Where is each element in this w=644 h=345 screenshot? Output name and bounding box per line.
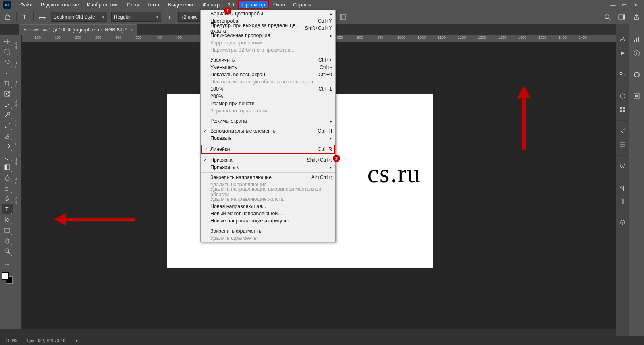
cc-libraries-icon[interactable] (632, 70, 642, 79)
menu-item[interactable]: Новая направляющая... (201, 203, 335, 210)
annotation-badge-2: 2 (333, 155, 340, 162)
workspace-icon[interactable] (617, 12, 626, 21)
styles-icon[interactable] (632, 91, 642, 101)
menu-item: Удалить фрагменты (201, 235, 335, 242)
menu-item[interactable]: Привязать к▸ (201, 164, 335, 171)
layers-icon[interactable] (618, 161, 627, 171)
zoom-tool[interactable] (2, 246, 13, 256)
3d-icon[interactable] (618, 218, 627, 227)
maximize-icon[interactable]: ▭ (621, 2, 627, 8)
path-selection-tool[interactable] (2, 215, 13, 224)
font-size-select[interactable]: 72 пикс (178, 12, 202, 22)
menu-item[interactable]: Новый макет направляющей... (201, 210, 335, 217)
foreground-background-color[interactable] (2, 272, 13, 284)
menu-item[interactable]: ✓Вспомогательные элементыCtrl+H (201, 127, 335, 135)
blur-tool[interactable] (2, 173, 13, 183)
menu-выделение[interactable]: Выделение (164, 0, 199, 9)
svg-rect-20 (5, 228, 10, 232)
menu-слои[interactable]: Слои (123, 0, 143, 9)
canvas-text-layer[interactable]: cs.ru (367, 159, 421, 189)
menu-item[interactable]: ✓ЛинейкиCtrl+R (201, 145, 335, 154)
menu-окно[interactable]: Окно (269, 0, 289, 9)
menu-item[interactable]: Закрепить направляющиеAlt+Ctrl+; (201, 174, 335, 181)
info-icon[interactable]: i (632, 48, 642, 58)
share-icon[interactable] (632, 12, 641, 21)
brush-tool[interactable] (2, 121, 13, 130)
crop-tool[interactable] (2, 79, 13, 88)
menu-item[interactable]: Показать во весь экранCtrl+0 (201, 71, 335, 78)
text-orientation-icon[interactable]: ⟷T (38, 12, 47, 21)
menu-item[interactable]: 200% (201, 93, 335, 100)
levels-icon[interactable] (632, 35, 642, 44)
zoom-level[interactable]: 100% (6, 338, 17, 343)
adjustments-icon[interactable] (618, 70, 627, 79)
menu-item[interactable]: ✓ПривязкаShift+Ctrl+; (201, 156, 335, 164)
eraser-tool[interactable] (2, 152, 13, 162)
clone-stamp-tool[interactable] (2, 131, 13, 141)
document-size: Док: 922,9K/973,4K (27, 338, 66, 343)
svg-rect-34 (638, 37, 639, 42)
pen-tool[interactable] (2, 194, 13, 204)
panel-toggle-icon[interactable] (339, 12, 347, 21)
svg-rect-4 (340, 15, 346, 19)
eyedropper-tool[interactable] (2, 100, 13, 109)
play-icon[interactable] (618, 48, 627, 58)
brushes-icon[interactable] (618, 140, 627, 150)
dodge-tool[interactable] (2, 183, 13, 193)
menu-item[interactable]: Варианты цветопробы▸ (201, 10, 335, 17)
menu-item[interactable]: Новые направляющие из фигуры (201, 217, 335, 224)
menu-item[interactable]: Предупр. при выходе за пределы цв. охват… (201, 25, 335, 32)
vertical-ruler[interactable]: 051015202530354045 (15, 35, 22, 329)
photoshop-logo-icon: Ps (3, 1, 11, 9)
paragraph-icon[interactable] (618, 196, 627, 206)
menu-просмотр[interactable]: Просмотр (238, 0, 269, 9)
annotation-arrow-left (54, 216, 135, 222)
menu-item[interactable]: УвеличитьCtrl++ (201, 56, 335, 64)
frame-tool[interactable] (2, 89, 13, 99)
menu-текст[interactable]: Текст (143, 0, 164, 9)
rectangle-tool[interactable] (2, 225, 13, 235)
status-bar: 100% Док: 922,9K/973,4K ▶ (0, 336, 644, 345)
menu-item[interactable]: Закрепить фрагменты (201, 227, 335, 235)
healing-brush-tool[interactable] (2, 110, 13, 120)
tab-close-icon[interactable]: × (130, 27, 133, 32)
svg-rect-28 (620, 110, 622, 112)
menu-item[interactable]: Режимы экрана▸ (201, 117, 335, 125)
svg-rect-39 (635, 95, 638, 97)
menu-item: Удалить направляющие выбранной монтажной… (201, 188, 335, 195)
move-tool[interactable] (2, 37, 13, 46)
character-icon[interactable]: A| (618, 183, 627, 192)
home-icon[interactable] (3, 12, 12, 21)
search-icon[interactable] (603, 12, 612, 21)
hand-tool[interactable] (2, 236, 13, 245)
gradient-tool[interactable] (2, 162, 13, 172)
window-controls: — ▭ ✕ (610, 2, 641, 8)
menu-справка[interactable]: Справка (289, 0, 317, 9)
brush-settings-icon[interactable] (618, 126, 627, 136)
font-family-select[interactable]: Bookman Old Style▾ (51, 12, 107, 22)
menu-редактирование[interactable]: Редактирование (37, 0, 83, 9)
close-icon[interactable]: ✕ (633, 2, 638, 8)
menu-файл[interactable]: Файл (16, 0, 37, 9)
menu-item[interactable]: Размер при печати (201, 100, 335, 107)
menu-item[interactable]: 100%Ctrl+1 (201, 85, 335, 93)
patterns-icon[interactable] (618, 105, 627, 114)
minimize-icon[interactable]: — (610, 2, 616, 8)
marquee-tool[interactable] (2, 47, 13, 57)
status-caret-icon[interactable]: ▶ (76, 339, 79, 343)
document-tab[interactable]: Без имени-1 @ 100% (rugraphics.ru, RGB/8… (19, 24, 137, 35)
menu-item[interactable]: Попиксельная пропорция▸ (201, 32, 335, 39)
edit-toolbar-icon[interactable]: ⋯ (2, 260, 13, 270)
menu-item[interactable]: Показать▸ (201, 135, 335, 142)
magic-wand-tool[interactable] (2, 68, 13, 78)
menu-фильтр[interactable]: Фильтр (199, 0, 224, 9)
menu-изображение[interactable]: Изображение (83, 0, 123, 9)
swatches-icon[interactable] (618, 91, 627, 101)
svg-text:⟷T: ⟷T (39, 15, 46, 20)
histogram-icon[interactable] (618, 35, 627, 44)
history-brush-tool[interactable] (2, 141, 13, 151)
lasso-tool[interactable] (2, 58, 13, 67)
menu-item[interactable]: УменьшитьCtrl+- (201, 64, 335, 71)
type-tool[interactable]: T (2, 204, 13, 214)
font-weight-select[interactable]: Regular▾ (111, 12, 161, 22)
